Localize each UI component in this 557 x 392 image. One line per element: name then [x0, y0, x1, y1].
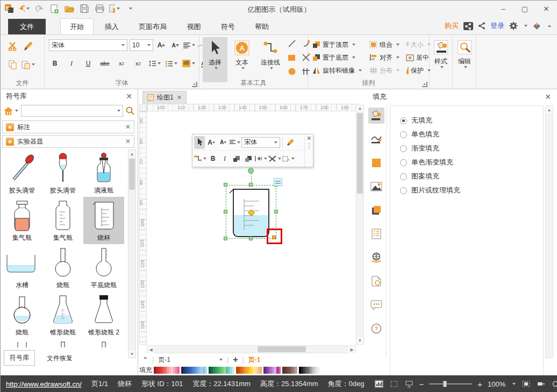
mini-shape-edit-icon[interactable] [282, 152, 295, 165]
maximize-button[interactable]: ▢ [518, 3, 532, 15]
font-dialog-launcher[interactable] [192, 82, 197, 87]
mini-italic-icon[interactable]: I [219, 152, 230, 165]
copy-icon[interactable] [6, 59, 20, 70]
symbol-item[interactable]: 平底烧瓶 [83, 244, 124, 291]
select-tool-button[interactable]: 选择 [203, 37, 227, 82]
resize-handle-s[interactable] [249, 237, 253, 240]
cut-icon[interactable] [6, 40, 20, 52]
superscript-icon[interactable]: x2 [132, 58, 144, 69]
rail-layer-icon[interactable] [368, 202, 384, 218]
section-close-icon[interactable]: ✕ [125, 123, 131, 131]
tab-file[interactable]: 文件 [8, 19, 46, 35]
group-button[interactable]: 组合 [369, 39, 406, 51]
tab-help[interactable]: 帮助 [246, 19, 278, 35]
collapse-ribbon-button[interactable] [548, 25, 551, 27]
rail-comment-icon[interactable] [368, 297, 384, 313]
page-tab-active[interactable]: 页-1 [248, 355, 261, 365]
symbol-search-input[interactable] [21, 105, 123, 117]
fill-option-solid[interactable]: 单色填充 [400, 127, 543, 141]
tab-view[interactable]: 视图 [177, 19, 210, 35]
symbol-item-selected[interactable]: 烧杯 [83, 197, 124, 244]
minimize-button[interactable]: – [496, 3, 510, 15]
symbol-item[interactable]: 锥形烧瓶 2 [83, 291, 124, 339]
library-close-icon[interactable]: ✕ [126, 92, 132, 100]
fill-option-pattern[interactable]: 图案填充 [400, 169, 543, 183]
zoom-level[interactable]: 100% [488, 380, 505, 388]
zoom-region-icon[interactable] [551, 380, 557, 388]
library-home-icon[interactable] [3, 106, 18, 116]
mini-increase-font-icon[interactable]: A [206, 136, 217, 149]
palette-swatch[interactable] [278, 367, 281, 374]
fill-panel-scrollbar[interactable]: ▲ [545, 105, 553, 358]
login-link[interactable]: 登录 [490, 21, 504, 31]
zoom-slider[interactable] [429, 383, 472, 384]
zoom-dropdown[interactable] [512, 383, 516, 385]
resize-handle-n[interactable] [249, 183, 253, 187]
increase-font-icon[interactable]: A [155, 39, 167, 51]
rail-help-icon[interactable]: ? [368, 320, 384, 337]
text-highlight-icon[interactable]: ab [182, 58, 195, 69]
scroll-right-icon[interactable]: ▶ [348, 346, 355, 353]
scroll-up-icon[interactable]: ▲ [356, 104, 363, 112]
rail-properties-icon[interactable] [368, 226, 384, 242]
symbol-item[interactable]: 锥形烧瓶 [42, 291, 83, 339]
rail-fill-icon[interactable] [368, 108, 384, 124]
distribute-button[interactable]: 分布 [369, 65, 406, 76]
footer-tab-file-recovery[interactable]: 文件恢复 [41, 351, 78, 366]
size-button[interactable]: 大小 [406, 39, 431, 51]
add-page-button[interactable]: + [233, 355, 238, 365]
fill-panel-close-icon[interactable]: ✕ [545, 93, 551, 101]
mini-select-icon[interactable] [194, 136, 205, 149]
fill-option-gradient[interactable]: 渐变填充 [400, 141, 543, 155]
symbol-item[interactable] [42, 339, 83, 347]
palette-swatch[interactable] [205, 367, 207, 374]
mini-bold-icon[interactable]: B [208, 152, 218, 165]
presentation-icon[interactable] [404, 380, 414, 388]
palette-swatch[interactable] [232, 367, 234, 374]
symbol-item[interactable]: 烧瓶 [42, 244, 83, 291]
rotation-handle[interactable] [248, 168, 254, 174]
mini-toolbar-close-icon[interactable]: ✕ [306, 136, 311, 141]
connector-tool-button[interactable]: 连接线 [256, 37, 284, 82]
symbol-item[interactable]: 胶头滴管 [42, 149, 83, 197]
tab-page-layout[interactable]: 页面布局 [130, 19, 176, 35]
line-spacing-icon[interactable] [149, 58, 161, 69]
fit-page-icon[interactable] [521, 380, 531, 388]
section-close-icon[interactable]: ✕ [125, 138, 131, 145]
bold-icon[interactable]: B [49, 58, 61, 69]
rail-note-icon[interactable] [368, 273, 384, 289]
mini-align-icon[interactable] [230, 136, 240, 149]
rail-line-icon[interactable] [368, 131, 384, 147]
smart-action-tag[interactable] [274, 178, 282, 186]
mini-toolbar-drag-handle[interactable] [309, 143, 310, 148]
align-button[interactable]: 对齐 [369, 52, 406, 63]
tab-home[interactable]: 开始 [60, 18, 94, 34]
protect-button[interactable]: 保护 [406, 65, 431, 76]
rail-hyperlink-icon[interactable] [368, 250, 384, 266]
page-dropdown[interactable]: 页-1 [158, 355, 223, 365]
library-section-annotation[interactable]: ★ 标注 ✕ [2, 120, 134, 133]
decrease-font-icon[interactable]: A [169, 39, 181, 51]
share-icon[interactable] [478, 22, 485, 30]
mini-distribute-icon[interactable] [255, 152, 267, 165]
edit-button[interactable]: 编辑 [453, 37, 476, 82]
fill-option-mono-gradient[interactable]: 单色渐变填充 [400, 155, 543, 169]
center-button[interactable]: 居中 [406, 52, 431, 63]
mini-decrease-font-icon[interactable]: A [218, 136, 228, 149]
palette-swatch[interactable] [260, 367, 262, 374]
scroll-down-icon[interactable]: ▼ [356, 337, 363, 344]
zoom-slider-thumb[interactable] [443, 381, 447, 387]
symbol-item[interactable]: 胶头滴管 [2, 149, 42, 197]
symbol-item[interactable]: 烧瓶 [2, 291, 42, 339]
subscript-icon[interactable]: x2 [116, 58, 127, 69]
pagebar-collapse-icon[interactable]: ⌃ [142, 356, 148, 364]
italic-icon[interactable]: I [66, 58, 77, 69]
library-section-glassware[interactable]: ★ 实验器皿 ✕ [2, 135, 134, 148]
settings-gear-icon[interactable] [509, 22, 518, 30]
underline-icon[interactable]: U [82, 58, 94, 69]
fit-width-icon[interactable] [536, 380, 546, 388]
text-align-icon[interactable] [183, 39, 195, 51]
palette-swatch[interactable] [318, 367, 320, 374]
search-icon[interactable] [126, 106, 134, 115]
bullet-list-icon[interactable] [166, 58, 177, 69]
